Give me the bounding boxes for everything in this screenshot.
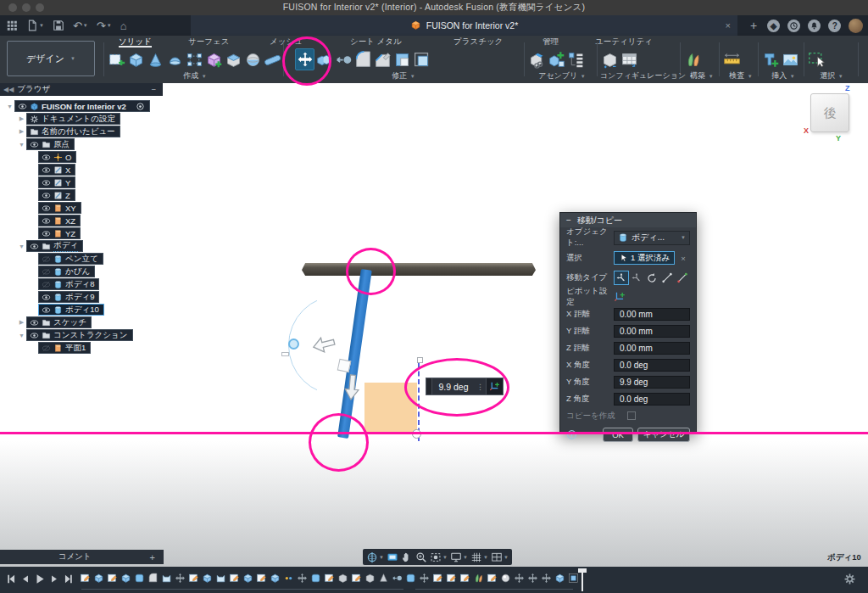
viewcube[interactable]: 後 xyxy=(810,93,849,132)
visibility-eye-icon[interactable] xyxy=(30,318,39,327)
timeline-feature-sk[interactable] xyxy=(80,573,91,584)
browser-node-box[interactable]: YZ xyxy=(38,227,81,239)
timeline-feature-bd2[interactable] xyxy=(405,573,416,584)
minimize-panel-icon[interactable]: − xyxy=(151,85,163,94)
display-settings-button[interactable]: ▼ xyxy=(450,551,468,563)
form-tool-button[interactable] xyxy=(224,48,243,70)
move-arrow-left[interactable] xyxy=(309,333,339,360)
timeline-feature-bd[interactable] xyxy=(120,573,131,584)
timeline-feature-mv[interactable] xyxy=(175,573,186,584)
pivot-set-button[interactable] xyxy=(614,291,626,303)
pivot-icon-button[interactable] xyxy=(486,378,503,394)
selectbox-tool-button[interactable] xyxy=(807,48,826,70)
browser-panel-header[interactable]: ◀◀ ブラウザ − xyxy=(0,83,163,96)
collapse-dialog-icon[interactable]: − xyxy=(566,215,571,225)
pipe-tool-button[interactable] xyxy=(263,48,282,70)
ribbon-group-label[interactable]: 挿入 ▼ xyxy=(761,70,805,81)
timeline-feature-sk[interactable] xyxy=(432,573,443,584)
move-type-rotate[interactable] xyxy=(644,271,659,285)
timeline-feature-mv[interactable] xyxy=(514,573,525,584)
workspace-selector[interactable]: デザイン ▼ xyxy=(7,41,95,76)
go-to-start-button[interactable] xyxy=(5,572,17,586)
browser-node[interactable]: ボディ8 xyxy=(29,278,99,290)
browser-node-box[interactable]: コンストラクション xyxy=(26,329,133,341)
asmlink-tool-button[interactable] xyxy=(527,48,547,70)
home-icon[interactable]: ⌂ xyxy=(118,17,130,34)
browser-node-box[interactable]: かびん xyxy=(38,266,95,277)
orbit-button[interactable]: ▼ xyxy=(366,551,384,563)
browser-node-box[interactable]: XY xyxy=(38,202,81,214)
collapse-node-icon[interactable]: ▼ xyxy=(17,243,26,249)
timeline-feature-sh[interactable] xyxy=(161,573,172,584)
confcube-tool-button[interactable] xyxy=(600,48,620,70)
pan-button[interactable] xyxy=(401,551,413,563)
redo-icon[interactable]: ↷▼ xyxy=(94,17,114,34)
move-type-tripod-active[interactable] xyxy=(614,271,629,285)
ribbon-tab-6[interactable]: 管理 xyxy=(542,36,559,48)
browser-node[interactable]: ▶ドキュメントの設定 xyxy=(17,113,120,125)
axis-bottom-handle[interactable] xyxy=(412,429,421,439)
timeline-feature-fl[interactable] xyxy=(147,573,159,584)
move-tool-button[interactable] xyxy=(295,48,314,70)
browser-node[interactable]: ▼原点 xyxy=(17,138,75,150)
timeline-feature-bd2[interactable] xyxy=(134,573,145,584)
collapse-panel-icon[interactable]: ◀◀ xyxy=(0,86,17,93)
timeline-settings-gear-icon[interactable] xyxy=(843,573,856,589)
timeline-feature-sk[interactable] xyxy=(351,573,362,584)
browser-node[interactable]: ▶スケッチ xyxy=(17,316,92,328)
x-distance-input[interactable]: 0.00 mm xyxy=(614,308,690,321)
ribbon-tab-4[interactable]: シート メタル xyxy=(350,36,402,48)
ok-button[interactable]: OK xyxy=(603,428,633,442)
browser-node[interactable]: Y xyxy=(29,176,75,188)
rotate-handle[interactable] xyxy=(288,338,299,350)
timeline-feature-bd[interactable] xyxy=(270,573,281,584)
revolve-tool-button[interactable] xyxy=(165,48,185,70)
asmjoint-tool-button[interactable] xyxy=(566,48,586,70)
step-forward-button[interactable] xyxy=(48,572,60,586)
browser-node-box[interactable]: O xyxy=(38,151,76,163)
ribbon-group-label[interactable]: 修正 ▼ xyxy=(287,70,520,81)
browser-node[interactable]: ペン立て xyxy=(29,253,103,265)
mesh-tool-button[interactable] xyxy=(204,48,224,70)
ribbon-tab-3[interactable]: メッシュ xyxy=(270,36,303,48)
timeline-feature-sk[interactable] xyxy=(188,573,199,584)
leaves-tool-button[interactable] xyxy=(683,48,703,70)
close-window-button[interactable] xyxy=(8,3,17,12)
timeline-feature-sk[interactable] xyxy=(324,573,335,584)
drag-grip[interactable] xyxy=(426,378,432,394)
timeline-feature-bl[interactable] xyxy=(364,573,376,584)
timeline-feature-cn[interactable] xyxy=(378,573,389,584)
browser-node-box[interactable]: スケッチ xyxy=(26,316,92,328)
browser-node-box[interactable]: 原点 xyxy=(26,138,75,150)
visibility-eye-off-icon[interactable] xyxy=(42,267,51,277)
visibility-eye-icon[interactable] xyxy=(18,102,27,111)
job-status-icon[interactable] xyxy=(787,20,800,32)
timeline-feature-mv[interactable] xyxy=(419,573,430,584)
visibility-eye-icon[interactable] xyxy=(42,293,51,302)
browser-node-box[interactable]: ボディ8 xyxy=(38,278,99,290)
timeline-feature-sk[interactable] xyxy=(487,573,498,584)
browser-node-box[interactable]: ボディ10 xyxy=(38,304,104,316)
add-comment-icon[interactable]: + xyxy=(150,552,164,562)
visibility-eye-icon[interactable] xyxy=(42,204,51,213)
conftable-tool-button[interactable] xyxy=(620,48,639,70)
new-tab-button[interactable]: + xyxy=(748,17,760,34)
visibility-eye-icon[interactable] xyxy=(42,153,51,162)
play-button[interactable] xyxy=(34,572,46,586)
visibility-eye-off-icon[interactable] xyxy=(42,344,51,353)
avatar[interactable] xyxy=(849,19,863,33)
browser-node-box[interactable]: FUISON for Interior v2 xyxy=(14,100,150,112)
browser-node[interactable]: ボディ10 xyxy=(29,304,104,316)
file-icon[interactable]: ▼ xyxy=(24,17,47,34)
browser-node[interactable]: XY xyxy=(29,202,81,214)
browser-node-box[interactable]: X xyxy=(38,164,75,176)
ribbon-group-label[interactable]: 構築 ▼ xyxy=(683,70,721,81)
visibility-eye-off-icon[interactable] xyxy=(42,255,51,264)
visibility-eye-icon[interactable] xyxy=(42,191,51,200)
browser-node-box[interactable]: ドキュメントの設定 xyxy=(26,113,120,125)
browser-node-box[interactable]: ボディ xyxy=(26,240,83,252)
offsetarrow-tool-button[interactable] xyxy=(334,48,353,70)
ribbon-tab-7[interactable]: ユーティリティ xyxy=(595,36,653,48)
dialog-header[interactable]: − 移動/コピー xyxy=(560,213,696,227)
browser-node[interactable]: ▼ボディ xyxy=(17,240,83,252)
